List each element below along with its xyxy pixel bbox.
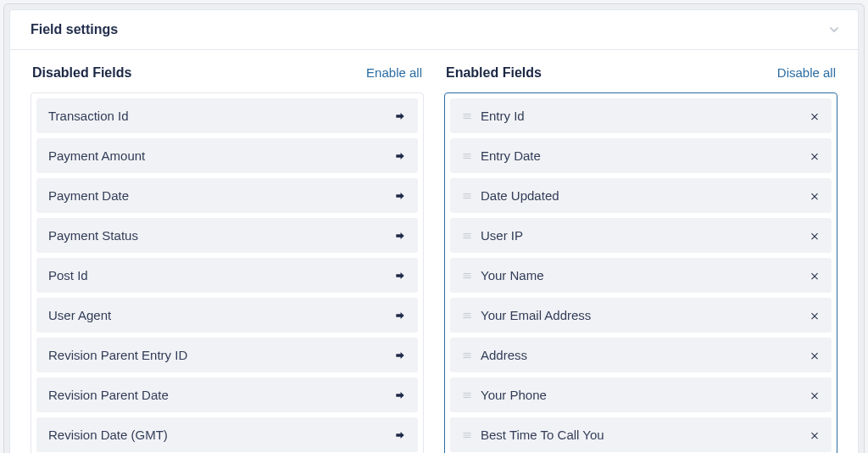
field-label: Post Id: [48, 268, 394, 282]
list-item[interactable]: Post Id: [36, 258, 418, 293]
close-icon[interactable]: [810, 350, 820, 361]
list-item[interactable]: Payment Amount: [36, 138, 418, 173]
enable-all-button[interactable]: Enable all: [366, 65, 422, 80]
disabled-fields-title: Disabled Fields: [32, 65, 131, 81]
list-item[interactable]: Your Email Address: [450, 298, 832, 333]
field-label: Transaction Id: [48, 109, 394, 123]
disabled-fields-list: Transaction IdPayment AmountPayment Date…: [31, 92, 424, 453]
disable-all-button[interactable]: Disable all: [777, 65, 836, 80]
arrow-right-icon[interactable]: [394, 110, 406, 122]
enabled-fields-list: Entry IdEntry DateDate UpdatedUser IPYou…: [444, 92, 837, 453]
list-item[interactable]: Best Time To Call You: [450, 417, 832, 452]
field-label: Your Phone: [481, 388, 810, 402]
close-icon[interactable]: [810, 231, 820, 241]
field-label: Revision Parent Entry ID: [48, 348, 394, 362]
list-item[interactable]: User Agent: [36, 298, 418, 333]
field-label: Your Name: [481, 268, 810, 282]
field-label: Revision Parent Date: [48, 388, 394, 402]
list-item[interactable]: Address: [450, 338, 832, 372]
drag-handle-icon[interactable]: [462, 310, 472, 321]
close-icon[interactable]: [810, 151, 820, 161]
field-settings-card: Field settings Disabled Fields Enable al…: [9, 9, 859, 453]
list-item[interactable]: Revision Parent Entry ID: [36, 338, 418, 372]
close-icon[interactable]: [810, 430, 820, 440]
disabled-fields-column: Disabled Fields Enable all Transaction I…: [31, 65, 424, 453]
close-icon[interactable]: [810, 390, 820, 400]
field-label: Revision Date (GMT): [48, 428, 394, 442]
field-label: Payment Status: [48, 228, 394, 243]
list-item[interactable]: Payment Status: [36, 218, 418, 253]
field-label: Entry Date: [481, 148, 810, 163]
list-item[interactable]: Transaction Id: [36, 98, 418, 133]
field-label: Payment Date: [48, 188, 394, 203]
arrow-right-icon[interactable]: [394, 310, 406, 322]
arrow-right-icon[interactable]: [394, 230, 406, 242]
drag-handle-icon[interactable]: [462, 430, 472, 440]
drag-handle-icon[interactable]: [462, 350, 472, 361]
drag-handle-icon[interactable]: [462, 191, 472, 201]
arrow-right-icon[interactable]: [394, 270, 406, 282]
arrow-right-icon[interactable]: [394, 190, 406, 202]
list-item[interactable]: User IP: [450, 218, 832, 253]
list-item[interactable]: Your Phone: [450, 378, 832, 412]
field-label: Your Email Address: [481, 308, 810, 322]
list-item[interactable]: Entry Id: [450, 98, 832, 133]
field-label: Entry Id: [481, 109, 810, 123]
field-label: Payment Amount: [48, 148, 394, 163]
enabled-fields-title: Enabled Fields: [446, 65, 542, 81]
list-item[interactable]: Revision Parent Date: [36, 378, 418, 412]
close-icon[interactable]: [810, 271, 820, 281]
arrow-right-icon[interactable]: [394, 429, 406, 441]
list-item[interactable]: Date Updated: [450, 178, 832, 213]
arrow-right-icon[interactable]: [394, 389, 406, 401]
list-item[interactable]: Your Name: [450, 258, 832, 293]
drag-handle-icon[interactable]: [462, 151, 472, 161]
list-item[interactable]: Payment Date: [36, 178, 418, 213]
drag-handle-icon[interactable]: [462, 231, 472, 241]
arrow-right-icon[interactable]: [394, 150, 406, 162]
card-title: Field settings: [31, 22, 118, 37]
field-label: Address: [481, 348, 810, 362]
close-icon[interactable]: [810, 111, 820, 121]
enabled-fields-column: Enabled Fields Disable all Entry IdEntry…: [444, 65, 837, 453]
close-icon[interactable]: [810, 310, 820, 321]
close-icon[interactable]: [810, 191, 820, 201]
list-item[interactable]: Revision Date (GMT): [36, 417, 418, 452]
drag-handle-icon[interactable]: [462, 390, 472, 400]
list-item[interactable]: Entry Date: [450, 138, 832, 173]
field-label: Best Time To Call You: [481, 428, 810, 442]
field-label: User IP: [481, 228, 810, 243]
chevron-down-icon: [827, 23, 841, 36]
drag-handle-icon[interactable]: [462, 271, 472, 281]
field-label: User Agent: [48, 308, 394, 322]
card-body: Disabled Fields Enable all Transaction I…: [10, 50, 858, 453]
field-label: Date Updated: [481, 188, 810, 203]
drag-handle-icon[interactable]: [462, 111, 472, 121]
arrow-right-icon[interactable]: [394, 350, 406, 361]
card-header[interactable]: Field settings: [10, 10, 858, 50]
